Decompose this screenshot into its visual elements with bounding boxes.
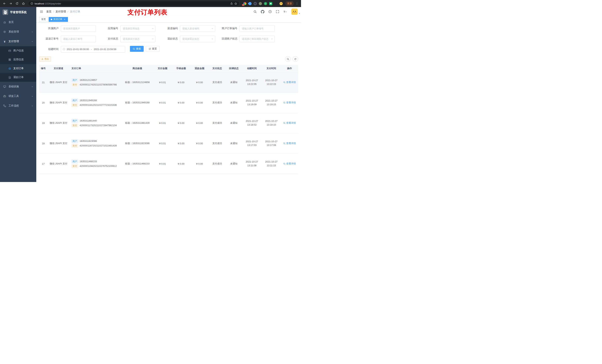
sidebar-item-payment[interactable]: ¥ 支付管理 — [0, 37, 36, 46]
font-size-icon[interactable]: TT — [283, 10, 287, 13]
create-time-range[interactable]: 2021-10-01 00:00:00 - 2021-10-31 23:59:5… — [61, 46, 125, 52]
cell-status: 支付成功 — [209, 93, 226, 113]
merchant-order-no: 1635311881440 — [80, 119, 97, 122]
col-refund: 退款金额 — [190, 65, 209, 72]
cell-pay-time: 2021-10-2713:11:15 — [262, 154, 281, 174]
reload-icon[interactable] — [14, 1, 20, 6]
avatar[interactable] — [291, 9, 298, 15]
table-row[interactable]: 18 微信 JSAPI 支付 商户1635311823086 支付4200001… — [39, 133, 298, 154]
sidebar-item-infrastructure[interactable]: 基础设施 — [0, 82, 36, 91]
breadcrumb-home[interactable]: 首页 — [46, 10, 52, 13]
cell-pay-time: 2021-10-2713:19:15 — [262, 93, 281, 113]
range-separator: - — [90, 48, 93, 51]
view-detail-link[interactable]: 查看详情 — [283, 81, 296, 84]
navbar: 首页 / 支付管理 / 支付订单 支付订单列表 ? — [36, 7, 301, 16]
export-button[interactable]: 导出 — [39, 56, 51, 62]
cell-status: 支付成功 — [209, 113, 226, 133]
sidebar-item-pay-order[interactable]: 支付订单 — [0, 64, 36, 73]
pay-status-select[interactable] — [120, 35, 155, 42]
cell-refund: ¥ 0.00 — [190, 113, 209, 133]
close-icon[interactable]: × — [63, 18, 66, 21]
site-info-icon[interactable] — [31, 2, 33, 5]
sidebar-item-refund-order[interactable]: 退款订单 — [0, 73, 36, 82]
home-icon[interactable] — [21, 1, 26, 6]
sidebar-item-merchant-info[interactable]: 商户信息 — [0, 46, 36, 55]
help-icon[interactable]: ? — [269, 10, 272, 13]
sidebar-item-dev-tools[interactable]: 研发工具 — [0, 91, 36, 101]
cell-title: 标题：1635311949168 — [121, 93, 153, 113]
view-detail-link[interactable]: 查看详情 — [283, 142, 296, 145]
sidebar-item-home[interactable]: 首页 — [0, 17, 36, 27]
forward-icon[interactable] — [8, 1, 13, 6]
pay-tag: 支付 — [71, 83, 78, 87]
sidebar-item-label: 应用信息 — [13, 58, 24, 61]
screen: localhost:1024/pay/order 10 更新 ⋮ — [0, 0, 301, 182]
table-row[interactable]: 17 微信 JSAPI 支付 商户1635311468233 支付4200001… — [39, 154, 298, 174]
col-create-time: 创建时间 — [242, 65, 262, 72]
tab-home[interactable]: 首页 — [39, 17, 48, 22]
merchant-order-no-input[interactable] — [239, 25, 275, 32]
ext-green-check-icon[interactable] — [264, 2, 267, 5]
sidebar-item-app-info[interactable]: 应用信息 — [0, 55, 36, 64]
filter-label: 渠道订单号 — [40, 37, 61, 41]
breadcrumb-payment[interactable]: 支付管理 — [55, 10, 66, 13]
app-title: 芋道管理系统 — [10, 10, 27, 14]
browser-menu-icon[interactable]: ⋮ — [295, 2, 299, 5]
address-bar[interactable]: localhost:1024/pay/order — [28, 1, 239, 6]
back-icon[interactable] — [2, 1, 7, 6]
reset-button[interactable]: 重置 — [146, 46, 160, 52]
toggle-search-icon[interactable] — [285, 56, 291, 62]
cell-status: 支付成功 — [209, 133, 226, 154]
range-start: 2021-10-01 00:00:00 — [67, 48, 89, 51]
hamburger-icon[interactable] — [40, 10, 43, 13]
refund-status-select[interactable] — [180, 35, 215, 42]
callback-status-select[interactable] — [239, 35, 275, 42]
pay-order-no: 4200001167202110271022491439 — [80, 144, 117, 147]
sidebar-logo-row[interactable]: 芋道管理系统 — [0, 7, 36, 17]
view-detail-link[interactable]: 查看详情 — [283, 162, 296, 165]
ext-olive-icon[interactable] — [259, 2, 262, 5]
filter-callback-status: 回调商户状态 — [219, 35, 279, 42]
pay-order-no: 4200001194202110276752100612 — [80, 165, 117, 167]
merchant-input[interactable] — [61, 25, 96, 32]
app-select[interactable] — [120, 25, 155, 32]
cell-actions: 查看详情 — [281, 93, 298, 113]
filter-label: 商户订单编号 — [219, 27, 239, 30]
fullscreen-icon[interactable] — [276, 10, 279, 13]
channel-code-select[interactable] — [180, 25, 215, 32]
ext-chat-icon[interactable] — [269, 2, 272, 5]
yen-icon: ¥ — [3, 40, 6, 43]
channel-order-no-input[interactable] — [61, 35, 96, 42]
bookmark-star-icon[interactable] — [234, 2, 237, 5]
filter-label: 退款状态 — [159, 37, 180, 41]
cell-status: 支付成功 — [209, 72, 226, 93]
search-button[interactable]: 搜索 — [130, 46, 144, 52]
share-icon[interactable] — [230, 2, 233, 5]
table-row-partial[interactable]: 商户1635311351736 — [39, 174, 298, 182]
browser-update-button[interactable]: 更新 — [285, 1, 294, 6]
ext-drop-icon[interactable] — [248, 1, 252, 6]
table-row[interactable]: 20 微信 JSAPI 支付 商户1635311949168 支付4200001… — [39, 93, 298, 113]
sidebar-item-system[interactable]: 系统管理 — [0, 27, 36, 37]
view-detail-link[interactable]: 查看详情 — [283, 121, 296, 125]
refresh-icon[interactable] — [292, 56, 298, 62]
cell-pay-order: 商户1635311881440 支付4200001173202110272847… — [70, 113, 121, 133]
table-row[interactable]: 19 微信 JSAPI 支付 商户1635311881440 支付4200001… — [39, 113, 298, 133]
github-icon[interactable] — [261, 10, 264, 13]
ext-black-icon[interactable] — [274, 2, 278, 5]
search-icon[interactable] — [253, 10, 257, 13]
table-row[interactable]: 21 微信 JSAPI 支付 商户1635312124657 支付4200001… — [39, 72, 298, 93]
ext-emoji-icon[interactable] — [280, 2, 283, 5]
user-menu[interactable]: ▼ — [291, 9, 298, 15]
ext-colorful-icon[interactable]: 10 — [243, 2, 246, 5]
col-status: 支付状态 — [209, 65, 226, 72]
view-detail-link[interactable]: 查看详情 — [283, 101, 296, 104]
navbar-actions: ? TT ▼ — [253, 9, 298, 15]
cell-fee: ¥ 0.00 — [172, 113, 190, 133]
cell-amount: ¥ 0.01 — [153, 133, 172, 154]
sidebar-item-workflow[interactable]: 工作流程 — [0, 101, 36, 111]
tab-pay-order[interactable]: 支付订单 × — [49, 17, 68, 22]
cell-fee: ¥ 0.00 — [172, 133, 190, 154]
cell-pay-order: 商户1635311468233 支付4200001194202110276752… — [70, 154, 121, 174]
ext-dark-icon[interactable] — [254, 2, 257, 5]
